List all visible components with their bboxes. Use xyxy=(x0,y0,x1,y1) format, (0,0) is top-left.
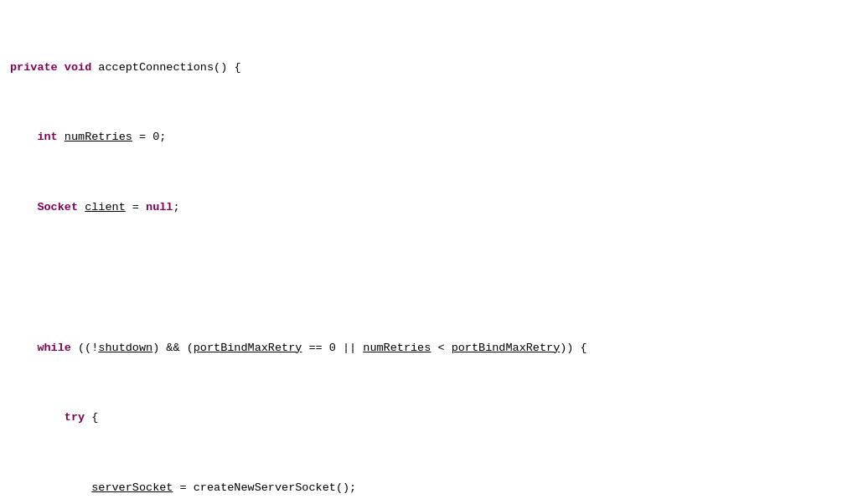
code-line-3: Socket client = null; xyxy=(10,199,853,217)
var-client: client xyxy=(85,199,126,217)
code-editor: private void acceptConnections() { int n… xyxy=(0,0,863,504)
code-line-2: int numRetries = 0; xyxy=(10,129,853,147)
code-line-4 xyxy=(10,270,853,287)
code-line-7: serverSocket = createNewServerSocket(); xyxy=(10,480,853,497)
function-name: acceptConnections xyxy=(98,59,214,77)
keyword-void: void xyxy=(65,59,91,77)
code-line-5: while ((!shutdown) && (portBindMaxRetry … xyxy=(10,340,853,357)
keyword-int: int xyxy=(37,129,57,147)
var-numretries: numRetries xyxy=(65,129,132,147)
code-line-6: try { xyxy=(10,409,853,427)
code-line-1: private void acceptConnections() { xyxy=(10,59,853,77)
keyword-while-outer: while xyxy=(37,340,71,357)
keyword-socket: Socket xyxy=(37,199,78,217)
keyword-private: private xyxy=(10,59,58,77)
